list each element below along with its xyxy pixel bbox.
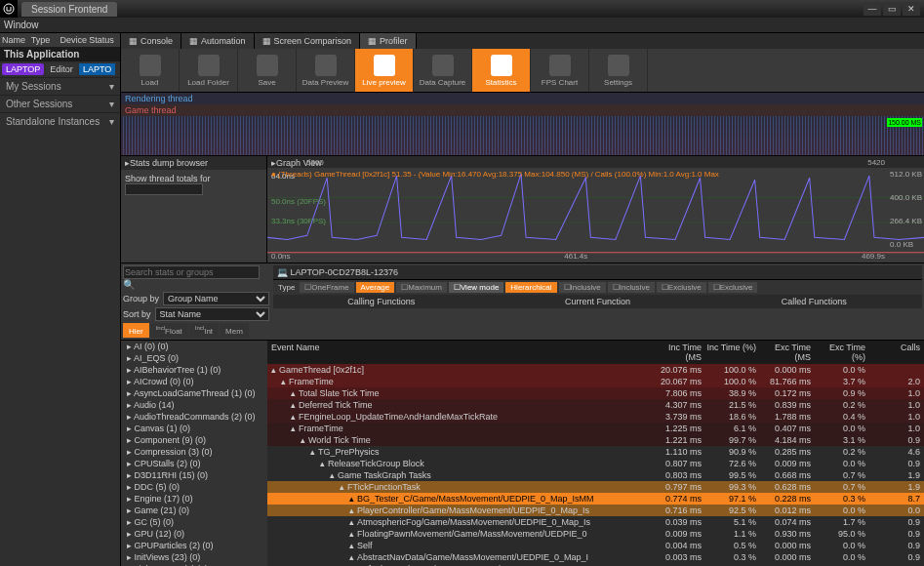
sort-by-select[interactable]: Stat Name xyxy=(155,307,269,321)
toolbar-save[interactable]: Save xyxy=(238,49,297,92)
filter-btn-mem[interactable]: Mem xyxy=(220,323,249,338)
filter-btn-hier[interactable]: Hier xyxy=(123,323,149,338)
evt-col-hdr[interactable]: Calls xyxy=(869,343,924,362)
filter-btn-float[interactable]: InclFloat xyxy=(150,323,188,338)
type-btn-exclusive[interactable]: ☐Exclusive xyxy=(657,282,706,293)
event-row[interactable]: ▴DefaultPawn/Game/MassMovement/UEDPIE_0_… xyxy=(267,563,924,566)
stat-tree-item[interactable]: ▸ InitViews (23) (0) xyxy=(121,551,267,563)
toolbar-settings[interactable]: Settings xyxy=(589,49,648,92)
stat-tree-item[interactable]: ▸ LinkerCount (2) (0) xyxy=(121,563,267,566)
event-row[interactable]: ▴Deferred Tick Time4.307 ms21.5 %0.839 m… xyxy=(267,399,924,411)
sidebar-col[interactable]: Status xyxy=(89,35,118,45)
type-btn-oneframe[interactable]: ☐OneFrame xyxy=(300,282,353,293)
stat-tree-item[interactable]: ▸ AsyncLoadGameThread (1) (0) xyxy=(121,387,267,399)
col-hdr: Calling Functions xyxy=(273,297,490,306)
stat-tree-item[interactable]: ▸ Audio (14) xyxy=(121,399,267,411)
evt-col-hdr[interactable]: Inc Time (%) xyxy=(705,343,760,362)
toolbar-statistics[interactable]: Statistics xyxy=(472,49,531,92)
group-by-label: Group by xyxy=(123,294,159,303)
thread-totals-input[interactable] xyxy=(125,183,203,195)
session-editor-badge[interactable]: Editor xyxy=(46,63,77,75)
search-icon[interactable]: 🔍 xyxy=(123,279,135,290)
event-row[interactable]: ▴BG_Tester_C/Game/MassMovement/UEDPIE_0_… xyxy=(267,493,924,505)
stat-tree-item[interactable]: ▸ Engine (17) (0) xyxy=(121,493,267,505)
event-row[interactable]: ▴World Tick Time1.221 ms99.7 %4.184 ms3.… xyxy=(267,434,924,446)
minimize-button[interactable]: — xyxy=(864,2,881,16)
event-row[interactable]: ▴FloatingPawnMovement/Game/MassMovement/… xyxy=(267,528,924,540)
game-thread-label[interactable]: Game thread xyxy=(121,104,924,116)
event-row[interactable]: ▴PlayerController/Game/MassMovement/UEDP… xyxy=(267,505,924,516)
type-btn-view-mode[interactable]: ☐View mode xyxy=(449,282,503,293)
tab-screen-comparison[interactable]: ▦Screen Comparison xyxy=(255,33,361,49)
toolbar-load-folder[interactable]: Load Folder xyxy=(180,49,238,92)
sidebar-col[interactable]: Name xyxy=(2,35,31,45)
session-laptop-badge[interactable]: LAPTOP xyxy=(2,63,44,75)
toolbar-data-preview[interactable]: Data Preview xyxy=(297,49,355,92)
toolbar-data-capture[interactable]: Data Capture xyxy=(414,49,472,92)
sidebar-col[interactable]: Type xyxy=(31,35,60,45)
maximize-button[interactable]: ▭ xyxy=(883,2,901,16)
type-btn-exclusive[interactable]: ☐Exclusive xyxy=(708,282,758,293)
event-row[interactable]: ▴FrameTime20.067 ms100.0 %81.766 ms3.7 %… xyxy=(267,376,924,387)
event-row[interactable]: ▴FEngineLoop_UpdateTimeAndHandleMaxTickR… xyxy=(267,411,924,423)
type-btn-inclusive[interactable]: ☐Inclusive xyxy=(559,282,606,293)
session-lapto-badge[interactable]: LAPTO xyxy=(79,63,115,75)
type-btn-hierarchical[interactable]: Hierarchical xyxy=(505,282,556,293)
stat-tree-item[interactable]: ▸ GPU (12) (0) xyxy=(121,528,267,540)
tab-profiler[interactable]: ▦Profiler xyxy=(360,33,417,49)
toolbar-fps-chart[interactable]: FPS Chart xyxy=(531,49,589,92)
event-row[interactable]: ▴ReleaseTickGroup Block0.807 ms72.6 %0.0… xyxy=(267,458,924,469)
stat-tree-item[interactable]: ▸ Component (9) (0) xyxy=(121,434,267,446)
rendering-thread-label[interactable]: Rendering thread xyxy=(121,93,924,104)
this-application: This Application xyxy=(0,47,120,61)
toolbar-live-preview[interactable]: Live preview xyxy=(355,49,414,92)
machine-name: 💻 LAPTOP-0CD27B8L-12376 xyxy=(273,265,922,280)
evt-col-hdr[interactable]: Exc Time (%) xyxy=(815,343,869,362)
stat-tree-item[interactable]: ▸ D3D11RHI (15) (0) xyxy=(121,469,267,481)
stat-tree-item[interactable]: ▸ Canvas (1) (0) xyxy=(121,423,267,434)
threads-mini-graph[interactable]: 150.00 MS xyxy=(121,116,924,155)
stat-tree-item[interactable]: ▸ GPUParticles (2) (0) xyxy=(121,540,267,551)
type-btn-maximum[interactable]: ☐Maximum xyxy=(396,282,447,293)
stat-tree-item[interactable]: ▸ AICrowd (0) (0) xyxy=(121,376,267,387)
event-row[interactable]: ▴GameThread [0x2f1c]20.076 ms100.0 %0.00… xyxy=(267,364,924,376)
sidebar-section[interactable]: Other Sessions▾ xyxy=(0,95,120,112)
evt-col-hdr[interactable]: Event Name xyxy=(267,343,651,362)
session-tab[interactable]: Session Frontend xyxy=(21,2,117,17)
search-input[interactable] xyxy=(123,265,260,279)
close-button[interactable]: ✕ xyxy=(903,2,920,16)
stat-tree-item[interactable]: ▸ AudioThreadCommands (2) (0) xyxy=(121,411,267,423)
stat-tree-item[interactable]: ▸ CPUStalls (2) (0) xyxy=(121,458,267,469)
type-btn-average[interactable]: Average xyxy=(356,282,395,293)
event-row[interactable]: ▴AbstractNavData/Game/MassMovement/UEDPI… xyxy=(267,551,924,563)
menubar[interactable]: Window xyxy=(0,18,924,33)
filter-btn-int[interactable]: InclInt xyxy=(189,323,219,338)
tab-automation[interactable]: ▦Automation xyxy=(181,33,255,49)
stat-tree-item[interactable]: ▸ AI (0) (0) xyxy=(121,341,267,352)
sidebar-section[interactable]: Standalone Instances▾ xyxy=(0,112,120,130)
tab-console[interactable]: ▦Console xyxy=(121,33,181,49)
event-row[interactable]: ▴FTickFunctionTask0.797 ms99.3 %0.628 ms… xyxy=(267,481,924,493)
event-row[interactable]: ▴FrameTime1.225 ms6.1 %0.407 ms0.0 %1.0 xyxy=(267,423,924,434)
evt-col-hdr[interactable]: Exc Time (MS xyxy=(760,343,815,362)
stat-tree-item[interactable]: ▸ AI_EQS (0) xyxy=(121,352,267,364)
evt-col-hdr[interactable]: Inc Time (MS xyxy=(651,343,705,362)
event-row[interactable]: ▴AtmosphericFog/Game/MassMovement/UEDPIE… xyxy=(267,516,924,528)
stat-tree-item[interactable]: ▸ AIBehaviorTree (1) (0) xyxy=(121,364,267,376)
group-by-select[interactable]: Group Name xyxy=(163,292,269,305)
stat-tree-item[interactable]: ▸ Game (21) (0) xyxy=(121,505,267,516)
stat-tree-item[interactable]: ▸ Compression (3) (0) xyxy=(121,446,267,458)
stat-tree-item[interactable]: ▸ GC (5) (0) xyxy=(121,516,267,528)
ue-logo xyxy=(0,0,18,18)
event-row[interactable]: ▴TG_PrePhysics1.110 ms90.9 %0.285 ms0.2 … xyxy=(267,446,924,458)
sidebar-col[interactable]: Device xyxy=(60,35,90,45)
type-btn-inclusive[interactable]: ☐Inclusive xyxy=(608,282,655,293)
event-row[interactable]: ▴Self0.004 ms0.5 %0.000 ms0.0 %0.9 xyxy=(267,540,924,551)
stat-tree-item[interactable]: ▸ DDC (5) (0) xyxy=(121,481,267,493)
sidebar-section[interactable]: My Sessions▾ xyxy=(0,77,120,95)
event-row[interactable]: ▴Game TaskGraph Tasks0.803 ms99.5 %0.668… xyxy=(267,469,924,481)
graph-canvas[interactable] xyxy=(267,168,924,258)
stats-dump-header[interactable]: ▸ Stats dump browser xyxy=(121,156,266,170)
toolbar-load[interactable]: Load xyxy=(121,49,180,92)
event-row[interactable]: ▴Total Slate Tick Time7.806 ms38.9 %0.17… xyxy=(267,387,924,399)
